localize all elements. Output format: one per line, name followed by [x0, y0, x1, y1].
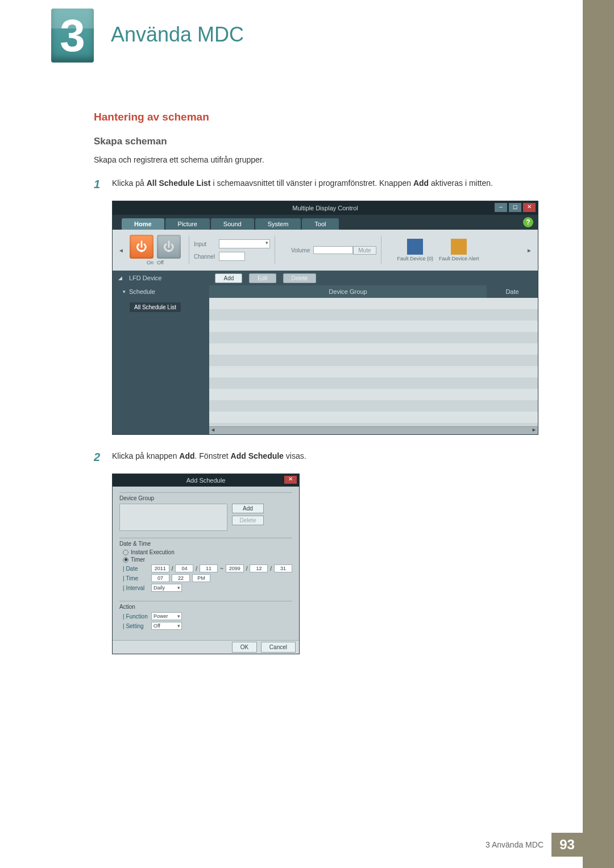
device-group-heading: Device Group [119, 495, 292, 501]
channel-spinner[interactable] [219, 252, 245, 261]
schedule-section[interactable]: ▾ Schedule [113, 285, 209, 298]
delete-button[interactable]: Delete [283, 273, 317, 283]
date-day-start[interactable]: 11 [200, 564, 218, 572]
date-year-end[interactable]: 2099 [226, 564, 244, 572]
dialog-titlebar: Add Schedule ✕ [113, 474, 299, 487]
window-title: Multiple Display Control [292, 205, 358, 211]
date-month-end[interactable]: 12 [250, 564, 268, 572]
step-text: Klicka på All Schedule List i schemaavsn… [112, 178, 560, 190]
chapter-number-badge: 3 [51, 9, 94, 63]
tab-system[interactable]: System [255, 218, 301, 230]
chapter-title: Använda MDC [111, 23, 244, 47]
screenshot-add-schedule-dialog: Add Schedule ✕ Device Group Add Delete D… [112, 474, 300, 654]
date-label: | Date [123, 566, 149, 572]
page-edge-strip [583, 0, 614, 868]
date-time-heading: Date & Time [119, 541, 292, 547]
dialog-title: Add Schedule [186, 477, 226, 484]
fault-alert-item[interactable]: Fault Device Alert [439, 239, 479, 261]
cancel-button[interactable]: Cancel [261, 642, 296, 653]
step-text: Klicka på knappen Add. Fönstret Add Sche… [112, 451, 560, 463]
date-year-start[interactable]: 2011 [151, 564, 169, 572]
screenshot-mdc-window: Multiple Display Control – ◻ ✕ Home Pict… [112, 201, 538, 435]
time-label: | Time [123, 575, 149, 582]
schedule-grid [209, 298, 538, 434]
close-button[interactable]: ✕ [523, 203, 536, 212]
setting-label: | Setting [123, 623, 149, 629]
interval-label: | Interval [123, 585, 149, 591]
input-dropdown[interactable] [219, 239, 270, 248]
step-1: 1 Klicka på All Schedule List i schemaav… [94, 178, 560, 190]
column-date: Date [487, 285, 538, 298]
step-number: 1 [94, 178, 112, 190]
intro-paragraph: Skapa och registrera ett schema utifrån … [94, 155, 560, 164]
function-label: | Function [123, 613, 149, 620]
date-day-end[interactable]: 31 [274, 564, 292, 572]
tree-collapse-icon[interactable]: ◢ [118, 275, 122, 281]
function-dropdown[interactable]: Power [151, 612, 182, 620]
power-on-button[interactable]: ⏻ [130, 235, 154, 259]
page-footer: 3 Använda MDC 93 [486, 833, 583, 857]
all-schedule-list-item[interactable]: All Schedule List [130, 302, 181, 312]
power-on-label: On [147, 260, 154, 265]
tab-picture[interactable]: Picture [165, 218, 210, 230]
tab-sound[interactable]: Sound [211, 218, 254, 230]
step-2: 2 Klicka på knappen Add. Fönstret Add Sc… [94, 451, 560, 463]
footer-label: 3 Använda MDC [486, 840, 544, 849]
help-icon[interactable]: ? [523, 217, 533, 227]
tree-expand-icon: ▾ [123, 289, 126, 294]
page-number: 93 [551, 833, 583, 857]
action-heading: Action [119, 604, 292, 610]
radio-icon [123, 550, 128, 555]
radio-icon [123, 557, 128, 563]
device-group-add-button[interactable]: Add [232, 504, 264, 513]
minimize-button[interactable]: – [495, 203, 507, 212]
fault-device-item[interactable]: Fault Device (0) [397, 239, 434, 261]
subsection-heading: Skapa scheman [94, 136, 560, 147]
main-tabs: Home Picture Sound System Tool ? [113, 215, 538, 230]
interval-dropdown[interactable]: Daily [151, 584, 182, 592]
edit-button[interactable]: Edit [249, 273, 276, 283]
step-number: 2 [94, 451, 112, 463]
date-month-start[interactable]: 04 [175, 564, 193, 572]
mute-button[interactable]: Mute [353, 246, 376, 255]
radio-timer[interactable]: Timer [123, 556, 292, 563]
window-titlebar: Multiple Display Control – ◻ ✕ [113, 201, 538, 215]
column-device-group: Device Group [209, 285, 487, 298]
fault-device-icon [407, 239, 423, 255]
setting-dropdown[interactable]: Off [151, 622, 182, 630]
time-ampm[interactable]: PM [192, 574, 210, 582]
tab-home[interactable]: Home [122, 218, 164, 230]
device-group-listbox[interactable] [119, 504, 227, 531]
radio-instant-execution[interactable]: Instant Execution [123, 549, 292, 555]
tab-tool[interactable]: Tool [302, 218, 338, 230]
power-off-label: Off [157, 260, 164, 265]
channel-label: Channel [194, 254, 215, 260]
volume-label: Volume [291, 247, 310, 254]
ribbon-scroll-left-icon[interactable]: ◄ [116, 247, 126, 254]
time-minute[interactable]: 22 [172, 574, 190, 582]
volume-slider[interactable] [313, 246, 353, 254]
device-group-delete-button[interactable]: Delete [232, 516, 264, 525]
time-hour[interactable]: 07 [151, 574, 169, 582]
section-heading: Hantering av scheman [94, 111, 560, 123]
add-button[interactable]: Add [215, 273, 242, 283]
ribbon-scroll-right-icon[interactable]: ► [524, 247, 534, 254]
lfd-device-label: LFD Device [129, 275, 161, 281]
dialog-close-button[interactable]: ✕ [284, 476, 297, 484]
power-off-button[interactable]: ⏻ [157, 235, 181, 259]
fault-alert-icon [451, 239, 467, 255]
ok-button[interactable]: OK [232, 642, 257, 653]
input-label: Input [194, 241, 215, 247]
horizontal-scrollbar[interactable] [209, 426, 538, 434]
maximize-button[interactable]: ◻ [509, 203, 521, 212]
